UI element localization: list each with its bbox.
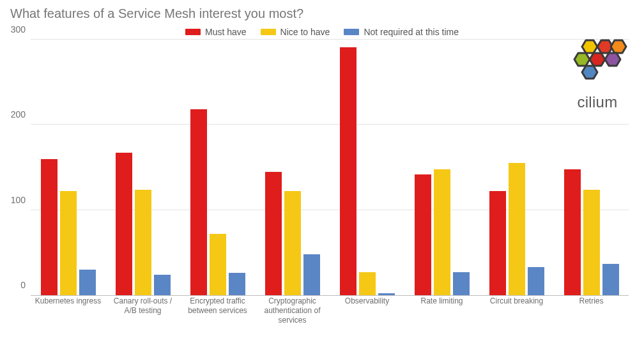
bar-not-required <box>528 267 544 295</box>
svg-marker-6 <box>582 66 597 79</box>
svg-marker-0 <box>582 40 597 53</box>
legend: Must have Nice to have Not required at t… <box>0 27 644 37</box>
bar-groups <box>31 40 629 295</box>
bar-nice-to-have <box>583 190 600 295</box>
y-tick-label: 0 <box>20 280 26 290</box>
bar-must-have <box>489 191 506 295</box>
bar-group <box>180 40 255 295</box>
legend-swatch <box>185 29 201 35</box>
bar-group <box>330 40 404 295</box>
bar-must-have <box>340 47 356 295</box>
x-tick-label: Cryptographic authentication of services <box>255 296 330 325</box>
bar-must-have <box>41 159 57 295</box>
cilium-logo: cilium <box>560 38 635 111</box>
x-tick-label: Canary roll-outs / A/B testing <box>105 296 180 325</box>
hex-cluster-icon <box>567 38 628 92</box>
chart-container: What features of a Service Mesh interest… <box>0 0 644 338</box>
legend-label: Nice to have <box>280 27 330 37</box>
x-tick-label: Kubernetes ingress <box>31 296 105 325</box>
bar-must-have <box>415 174 431 295</box>
svg-marker-5 <box>605 53 620 66</box>
legend-label: Must have <box>205 27 247 37</box>
bar-group <box>31 40 105 295</box>
bar-not-required <box>303 254 320 295</box>
bar-group <box>105 40 180 295</box>
bar-not-required <box>79 270 96 295</box>
x-tick-label: Retries <box>554 296 629 325</box>
bar-group <box>479 40 554 295</box>
bar-nice-to-have <box>60 191 77 295</box>
x-tick-label: Encrypted traffic between services <box>180 296 255 325</box>
bar-not-required <box>453 272 470 295</box>
bar-must-have <box>265 172 282 295</box>
y-tick-label: 200 <box>11 109 26 119</box>
legend-swatch <box>344 29 359 35</box>
x-tick-label: Rate limiting <box>404 296 479 325</box>
svg-marker-2 <box>611 40 626 53</box>
bar-must-have <box>190 109 207 295</box>
bar-nice-to-have <box>509 163 525 295</box>
legend-item-nice-to-have: Nice to have <box>261 27 330 37</box>
x-labels: Kubernetes ingress Canary roll-outs / A/… <box>31 296 629 325</box>
legend-item-must-have: Must have <box>185 27 247 37</box>
y-tick-label: 300 <box>11 24 26 35</box>
x-tick-label: Circuit breaking <box>479 296 554 325</box>
plot-area: 300 200 100 0 <box>31 40 629 296</box>
bar-not-required <box>602 264 619 295</box>
bar-not-required <box>378 293 395 295</box>
bar-must-have <box>564 169 581 295</box>
x-tick-label: Observability <box>330 296 404 325</box>
bar-nice-to-have <box>359 272 376 295</box>
bar-not-required <box>229 273 245 295</box>
legend-swatch <box>261 29 276 35</box>
y-tick-label: 100 <box>11 195 26 205</box>
logo-text: cilium <box>560 93 635 111</box>
chart-title: What features of a Service Mesh interest… <box>10 6 303 21</box>
svg-marker-3 <box>574 53 590 66</box>
bar-nice-to-have <box>434 169 450 295</box>
bar-group <box>404 40 479 295</box>
bar-group <box>255 40 330 295</box>
bar-nice-to-have <box>210 234 226 295</box>
bar-nice-to-have <box>135 190 151 295</box>
legend-item-not-required: Not required at this time <box>344 27 459 37</box>
bar-must-have <box>116 153 132 295</box>
legend-label: Not required at this time <box>364 27 459 37</box>
bar-nice-to-have <box>284 191 301 295</box>
svg-marker-4 <box>590 53 605 66</box>
bar-not-required <box>154 275 171 295</box>
